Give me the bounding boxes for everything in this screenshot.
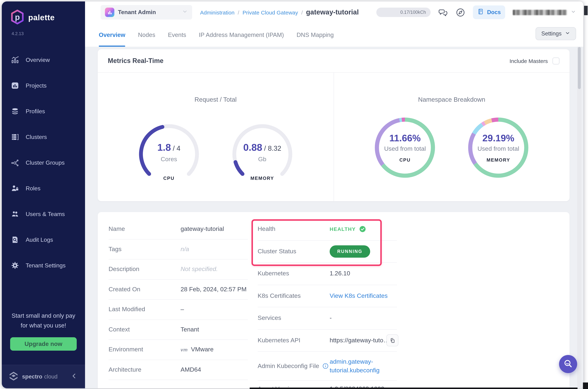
details-right-column: Health HEALTHY Cluster Status bbox=[258, 218, 397, 388]
topbar: Tenant Admin Administration / Private Cl… bbox=[85, 1, 583, 23]
vmware-logo-icon: vm bbox=[181, 347, 188, 353]
sidebar-item-tenant-settings[interactable]: Tenant Settings bbox=[2, 253, 85, 278]
detail-row-context: Context Tenant bbox=[109, 320, 248, 340]
detail-row-environment: Environment vm VMware bbox=[109, 340, 248, 360]
settings-button[interactable]: Settings bbox=[536, 27, 576, 40]
sidebar-nav: Overview Projects bbox=[2, 47, 85, 278]
breadcrumb: Administration / Private Cloud Gateway /… bbox=[200, 8, 359, 16]
spectro-cloud-logo-icon bbox=[8, 371, 19, 383]
upgrade-promo: Start small and only pay for what you us… bbox=[2, 311, 85, 351]
detail-row-created-on: Created On 28 Feb, 2024, 02:57 PM bbox=[109, 280, 248, 300]
overview-chart-icon bbox=[11, 56, 19, 64]
audit-logs-icon bbox=[11, 236, 19, 244]
sidebar-item-projects[interactable]: Projects bbox=[2, 73, 85, 98]
sidebar-footer: spectro cloud bbox=[2, 365, 85, 388]
view-k8s-certificates-link[interactable]: View K8s Certificates bbox=[330, 292, 388, 300]
breadcrumb-separator: / bbox=[238, 9, 239, 15]
request-total-title: Request / Total bbox=[195, 96, 237, 103]
tab-bar: Overview Nodes Events IP Address Managem… bbox=[85, 23, 583, 47]
docs-button[interactable]: Docs bbox=[473, 5, 505, 19]
svg-text:p: p bbox=[15, 13, 20, 22]
floating-search-button[interactable] bbox=[559, 355, 577, 373]
sidebar: p palette 4.2.13 Overview bbox=[2, 1, 85, 388]
memory-gauge-label: MEMORY bbox=[230, 175, 294, 181]
window-corner-artifact-top bbox=[584, 6, 588, 15]
tab-ipam[interactable]: IP Address Management (IPAM) bbox=[199, 23, 284, 47]
detail-row-tags: Tags n/a bbox=[109, 239, 248, 259]
memory-donut-label: MEMORY bbox=[477, 157, 519, 163]
compass-icon[interactable] bbox=[456, 7, 465, 17]
tenant-scope-selector[interactable]: Tenant Admin bbox=[100, 5, 192, 20]
metrics-realtime-card: Metrics Real-Time Include Masters Reques… bbox=[98, 49, 570, 201]
detail-row-cluster-status: Cluster Status RUNNING bbox=[258, 240, 397, 263]
detail-row-health: Health HEALTHY bbox=[258, 218, 397, 240]
search-magnifier-icon bbox=[563, 359, 573, 369]
kubeconfig-download-link[interactable]: admin.gateway-tutorial.kubeconfig bbox=[330, 357, 395, 375]
sidebar-item-overview[interactable]: Overview bbox=[2, 47, 85, 73]
breadcrumb-current: gateway-tutorial bbox=[306, 8, 359, 16]
detail-row-k8s-certificates: K8s Certificates View K8s Certificates bbox=[258, 285, 397, 307]
footer-brand-secondary: cloud bbox=[44, 373, 58, 380]
sidebar-item-audit-logs[interactable]: Audit Logs bbox=[2, 227, 85, 253]
app-window: p palette 4.2.13 Overview bbox=[2, 1, 583, 388]
usage-quota-badge: 0.17/100kCh bbox=[376, 8, 431, 17]
scrollbar-thumb[interactable] bbox=[578, 47, 581, 89]
profiles-icon bbox=[11, 107, 19, 115]
palette-logo-icon: p bbox=[10, 9, 24, 26]
app-version: 4.2.13 bbox=[12, 31, 85, 36]
memory-donut-chart: 29.19% Used from total MEMORY bbox=[467, 116, 530, 179]
sidebar-item-cluster-groups[interactable]: Cluster Groups bbox=[2, 150, 85, 175]
sidebar-item-profiles[interactable]: Profiles bbox=[2, 98, 85, 124]
detail-row-kubernetes: Kubernetes 1.26.10 bbox=[258, 263, 397, 285]
upgrade-now-button[interactable]: Upgrade now bbox=[10, 337, 77, 351]
sidebar-collapse-icon[interactable] bbox=[70, 372, 78, 381]
include-masters-checkbox[interactable] bbox=[553, 57, 559, 64]
user-name-redacted bbox=[513, 10, 567, 15]
sidebar-item-users-teams[interactable]: Users & Teams bbox=[2, 201, 85, 227]
chevron-down-icon bbox=[571, 9, 576, 16]
breadcrumb-separator: / bbox=[301, 9, 303, 15]
health-status-badge: HEALTHY bbox=[330, 226, 356, 232]
check-circle-icon bbox=[359, 226, 366, 233]
page-content: Metrics Real-Time Include Masters Reques… bbox=[85, 47, 583, 388]
detail-row-description: Description Not specified. bbox=[109, 259, 248, 280]
detail-row-architecture: Architecture AMD64 bbox=[109, 360, 248, 380]
tab-dns-mapping[interactable]: DNS Mapping bbox=[296, 23, 334, 47]
tenant-scope-label: Tenant Admin bbox=[118, 9, 178, 16]
vertical-scrollbar bbox=[577, 47, 582, 388]
footer-brand-primary: spectro bbox=[22, 373, 42, 380]
book-icon bbox=[477, 8, 485, 17]
sidebar-item-roles[interactable]: Roles bbox=[2, 175, 85, 201]
info-circle-icon[interactable] bbox=[322, 363, 329, 369]
breadcrumb-link-pcg[interactable]: Private Cloud Gateway bbox=[242, 9, 298, 15]
cluster-status-badge: RUNNING bbox=[330, 245, 370, 258]
chat-bubbles-icon[interactable] bbox=[438, 7, 448, 17]
cpu-gauge-chart: 1.8/ 4 Cores CPU bbox=[137, 122, 201, 186]
cluster-details-card: Name gateway-tutorial Tags n/a Descripti… bbox=[98, 212, 570, 388]
namespace-breakdown-title: Namespace Breakdown bbox=[418, 96, 486, 103]
metrics-card-title: Metrics Real-Time bbox=[108, 57, 163, 65]
sidebar-item-clusters[interactable]: Clusters bbox=[2, 124, 85, 150]
tab-events[interactable]: Events bbox=[168, 23, 186, 47]
cpu-donut-label: CPU bbox=[384, 157, 426, 163]
detail-row-name: Name gateway-tutorial bbox=[109, 219, 248, 239]
tab-overview[interactable]: Overview bbox=[99, 23, 125, 47]
request-total-section: Request / Total 1.8/ 4 Cores CPU bbox=[98, 73, 334, 201]
promo-text-line1: Start small and only pay bbox=[8, 311, 79, 321]
tab-nodes[interactable]: Nodes bbox=[138, 23, 155, 47]
user-account-menu[interactable] bbox=[513, 9, 576, 16]
copy-api-url-button[interactable] bbox=[387, 334, 398, 347]
cpu-gauge-label: CPU bbox=[137, 175, 201, 181]
breadcrumb-link-administration[interactable]: Administration bbox=[200, 9, 234, 15]
detail-row-last-modified: Last Modified – bbox=[109, 300, 248, 320]
detail-row-admin-kubeconfig: Admin Kubeconfig File admin.gateway-tuto… bbox=[258, 352, 397, 381]
detail-row-services: Services - bbox=[258, 307, 397, 329]
window-edge-artifact bbox=[250, 388, 578, 389]
users-teams-icon bbox=[11, 210, 19, 218]
roles-icon bbox=[11, 184, 19, 193]
clusters-icon bbox=[11, 133, 19, 141]
brand-name: palette bbox=[28, 13, 55, 22]
tenant-admin-icon bbox=[105, 8, 114, 17]
chevron-down-icon bbox=[565, 30, 570, 37]
promo-text-line2: for what you use! bbox=[8, 321, 79, 330]
